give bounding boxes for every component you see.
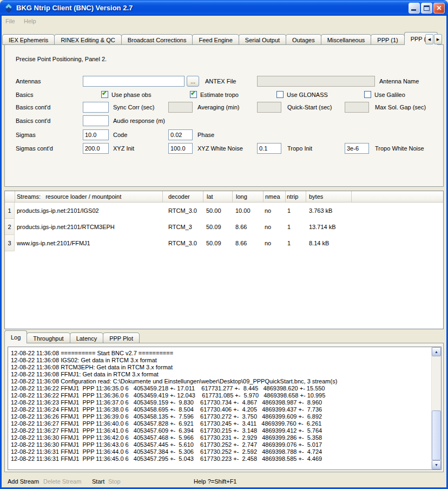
row-number: 1 [5,203,15,219]
stream-row-2[interactable]: 2 products.igs-ip.net:2101/RTCM3EPH RTCM… [5,219,443,235]
antennas-input[interactable] [83,76,185,87]
menu-bar: File Help [2,16,446,28]
header-lat: lat [207,191,213,202]
cell-lat: 50.09 [206,219,221,235]
tab-log[interactable]: Log [4,330,27,343]
sigma-phase-input[interactable] [168,129,193,140]
cell-bytes: 8.14 kB [309,235,329,251]
antex-browse-button[interactable]: ... [187,76,199,87]
antennas-label: Antennas [16,76,41,87]
window-controls: ✕ [409,3,445,14]
menu-help[interactable]: Help [24,18,36,24]
log-line: 12-08-22 11:36:27 FFMJ1 PPP 11:36:41.0 6… [11,427,429,434]
tab-ppp-1[interactable]: PPP (1) [371,34,404,45]
tab-broadcast-corrections[interactable]: Broadcast Corrections [121,34,193,45]
close-button[interactable]: ✕ [433,3,445,14]
sigma-phase-label: Phase [197,129,214,140]
cell-lat: 50.09 [206,235,221,251]
max-sol-gap-label: Max Sol. Gap (sec) [375,102,426,113]
tropo-init-label: Tropo Init [287,143,312,154]
log-lines: 12-08-22 11:36:08 ========== Start BNC v… [11,350,429,462]
tab-rinex-ephemeris[interactable]: IEX Ephemeris [2,34,55,45]
tropo-init-input[interactable] [257,143,281,154]
header-long: long [236,191,247,202]
tab-latency[interactable]: Latency [70,332,104,343]
log-scrollbar[interactable]: ▲ ▼ [431,347,441,470]
tab-scroll-left-button[interactable]: ◀ [425,34,433,44]
cell-nmea: no [265,235,271,251]
audio-response-input[interactable] [83,115,109,126]
maximize-button[interactable] [421,3,432,14]
quick-start-input [257,102,281,113]
basics-contd-label-1: Basics cont'd [16,102,50,113]
window-frame-left [0,16,2,489]
use-phase-obs-checkbox[interactable]: ✔ [101,91,108,98]
add-stream-button[interactable]: Add Stream [8,477,39,486]
checkmark-icon: ✔ [190,89,196,97]
max-sol-gap-input [345,102,369,113]
antenna-name-label: Antenna Name [379,76,419,87]
xyz-init-input[interactable] [83,143,109,154]
tab-rinex-editing-qc[interactable]: RINEX Editing & QC [54,34,121,45]
tab-outages[interactable]: Outages [286,34,321,45]
tab-feed-engine[interactable]: Feed Engine [192,34,239,45]
tab-miscellaneous[interactable]: Miscellaneous [321,34,372,45]
log-line: 12-08-22 11:36:30 FFMJ1 PPP 11:36:42.0 6… [11,434,429,441]
ppp2-panel: Precise Point Positioning, Panel 2. Ante… [4,44,444,187]
basics-contd-label-2: Basics cont'd [16,115,50,126]
close-icon: ✕ [436,4,442,12]
column-separator [285,191,286,202]
log-output[interactable]: 12-08-22 11:36:08 ========== Start BNC v… [8,347,442,470]
tropo-white-noise-input[interactable] [345,143,369,154]
cell-mountpoint: www.igs-ip.net:2101/FFMJ1 [17,235,90,251]
header-mountpoint: Streams: resource loader / mountpoint [17,191,121,202]
start-button[interactable]: Start [92,477,104,486]
cell-nmea: no [265,219,271,235]
stream-row-3[interactable]: 3 www.igs-ip.net:2101/FFMJ1 RTCM_3.0 50.… [5,235,443,251]
tab-ppp-plot[interactable]: PPP Plot [103,332,140,343]
cell-ntrip: 1 [287,203,291,219]
use-galileo-checkbox[interactable]: ✔ [364,91,371,98]
sync-corr-input[interactable] [83,102,109,113]
scroll-thumb[interactable] [432,410,441,460]
window-title: BKG Ntrip Client (BNC) Version 2.7 [16,4,133,12]
xyz-init-label: XYZ Init [113,143,134,154]
audio-response-label: Audio response (m) [113,115,165,126]
tropo-white-noise-label: Tropo White Noise [375,143,424,154]
sigma-code-label: Code [113,129,127,140]
sync-corr-label: Sync Corr (sec) [113,102,154,113]
estimate-tropo-checkbox[interactable]: ✔ [190,91,197,98]
cell-decoder: RTCM_3 [168,219,192,235]
sigmas-label: Sigmas [16,129,36,140]
menu-file[interactable]: File [5,18,15,24]
streams-table-header: Streams: resource loader / mountpoint de… [5,191,443,203]
use-glonass-checkbox[interactable]: ✔ [276,91,284,98]
xyz-white-noise-label: XYZ White Noise [197,143,243,154]
log-line: 12-08-22 11:36:27 FFMJ1 PPP 11:36:40.0 6… [11,420,429,427]
streams-table: Streams: resource loader / mountpoint de… [4,191,444,329]
log-line: 12-08-22 11:36:24 FFMJ1 PPP 11:36:38.0 6… [11,406,429,413]
sigma-code-input[interactable] [83,129,109,140]
header-decoder: decoder [168,191,190,202]
tab-scroll-right-button[interactable]: ▶ [434,34,442,44]
estimate-tropo-label: Estimate tropo [200,92,239,99]
cell-mountpoint: products.igs-ip.net:2101/IGS02 [17,203,99,219]
xyz-white-noise-input[interactable] [168,143,193,154]
sigmas-contd-label: Sigmas cont'd [16,143,53,154]
log-line: 12-08-22 11:36:08 RTCM3EPH: Get data in … [11,364,429,371]
scroll-up-button[interactable]: ▲ [432,347,441,356]
main-tab-bar: IEX Ephemeris RINEX Editing & QC Broadca… [2,32,437,45]
row-number: 2 [5,219,15,235]
tab-throughput[interactable]: Throughput [27,332,70,343]
checkmark-icon: ✔ [102,89,107,97]
cell-nmea: no [265,203,271,219]
titlebar[interactable]: BKG Ntrip Client (BNC) Version 2.7 ✕ [0,0,448,16]
scroll-down-button[interactable]: ▼ [432,460,441,470]
app-icon [4,3,14,13]
column-separator [232,191,233,202]
cell-mountpoint: products.igs-ip.net:2101/RTCM3EPH [17,219,115,235]
column-separator [306,191,306,202]
minimize-button[interactable] [409,3,420,14]
tab-serial-output[interactable]: Serial Output [239,34,286,45]
stream-row-1[interactable]: 1 products.igs-ip.net:2101/IGS02 RTCM_3.… [5,203,443,219]
